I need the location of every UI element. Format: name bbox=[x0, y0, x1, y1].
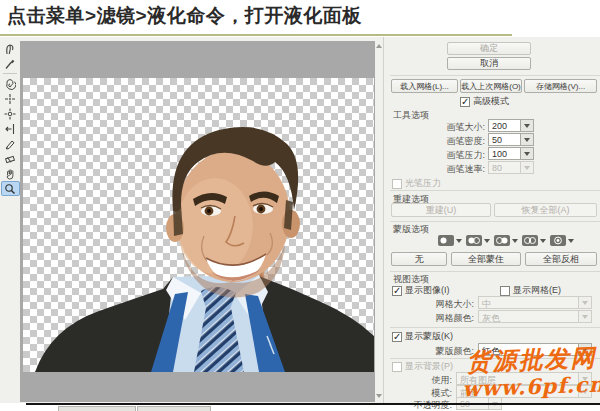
twirl-clockwise-tool[interactable] bbox=[1, 76, 20, 91]
scroll-up-icon[interactable] bbox=[376, 44, 382, 48]
mesh-size-label: 网格大小: bbox=[390, 298, 474, 311]
mask-none-button[interactable]: 无 bbox=[391, 252, 447, 266]
advanced-mode-label: 高级模式 bbox=[473, 96, 509, 106]
pucker-tool[interactable] bbox=[1, 91, 20, 106]
liquify-dialog: 确定 取消 载入网格(L)... 载入上次网格(O) 存储网格(V)... 高级… bbox=[0, 37, 600, 403]
chevron-down-icon[interactable] bbox=[520, 120, 533, 131]
bloat-tool[interactable] bbox=[1, 106, 20, 121]
restore-all-button: 恢复全部(A) bbox=[494, 203, 597, 217]
mask-color-select[interactable]: 红色 bbox=[478, 343, 592, 356]
mask-color-label: 蒙版颜色: bbox=[390, 345, 474, 358]
mesh-color-label: 网格颜色: bbox=[390, 312, 474, 325]
section-divider bbox=[390, 327, 600, 328]
chevron-down-icon bbox=[578, 311, 591, 322]
checkbox-icon bbox=[392, 286, 402, 296]
chevron-down-icon[interactable] bbox=[520, 134, 533, 145]
reconstruct-tool[interactable] bbox=[1, 56, 20, 71]
mesh-size-select: 中 bbox=[478, 296, 592, 309]
brush-rate-select: 80 bbox=[488, 161, 534, 174]
liquify-canvas[interactable] bbox=[20, 41, 375, 402]
push-left-tool[interactable] bbox=[1, 121, 20, 136]
mask-options-title: 蒙版选项 bbox=[393, 223, 429, 236]
brush-pressure-select[interactable]: 100 bbox=[488, 147, 534, 160]
section-divider bbox=[390, 75, 600, 76]
load-mesh-button[interactable]: 载入网格(L)... bbox=[391, 79, 458, 93]
brush-pressure-label: 画笔压力: bbox=[390, 149, 485, 162]
checkbox-icon bbox=[460, 97, 470, 107]
cropped-button-stub bbox=[137, 406, 211, 411]
replace-selection-icon[interactable] bbox=[438, 235, 462, 246]
mesh-size-value: 中 bbox=[479, 297, 578, 308]
show-image-label: 显示图像(I) bbox=[405, 285, 450, 295]
section-divider bbox=[390, 221, 600, 222]
show-backdrop-label: 显示背景(P) bbox=[405, 361, 453, 371]
checkbox-icon bbox=[500, 286, 510, 296]
show-image-checkbox[interactable]: 显示图像(I) bbox=[392, 284, 450, 297]
checkbox-icon bbox=[392, 362, 402, 372]
bottom-border bbox=[26, 403, 600, 405]
cropped-button-stub bbox=[58, 406, 136, 411]
intersect-with-selection-icon[interactable] bbox=[522, 235, 546, 246]
toolbar-separator bbox=[3, 73, 17, 74]
show-mask-checkbox[interactable]: 显示蒙版(K) bbox=[392, 330, 453, 343]
portrait-photo bbox=[23, 78, 374, 372]
section-divider bbox=[390, 358, 600, 359]
brush-density-select[interactable]: 50 bbox=[488, 133, 534, 146]
add-to-selection-icon[interactable] bbox=[466, 235, 490, 246]
thaw-mask-tool[interactable] bbox=[1, 151, 20, 166]
opacity-label: 不透明度: bbox=[390, 399, 452, 411]
brush-pressure-value: 100 bbox=[489, 148, 520, 159]
load-last-mesh-button[interactable]: 载入上次网格(O) bbox=[460, 79, 522, 93]
use-select: 所有图层 bbox=[456, 372, 592, 385]
mesh-color-value: 灰色 bbox=[479, 311, 578, 322]
brush-density-label: 画笔密度: bbox=[390, 135, 485, 148]
mesh-color-select: 灰色 bbox=[478, 310, 592, 323]
show-mesh-label: 显示网格(E) bbox=[513, 285, 561, 295]
brush-density-value: 50 bbox=[489, 134, 520, 145]
chevron-down-icon bbox=[520, 162, 533, 173]
mask-color-value: 红色 bbox=[479, 344, 578, 355]
use-value: 所有图层 bbox=[457, 373, 578, 384]
zoom-tool[interactable] bbox=[1, 181, 20, 196]
hand-tool[interactable] bbox=[1, 166, 20, 181]
subtract-from-selection-icon[interactable] bbox=[494, 235, 518, 246]
page-title: 点击菜单>滤镜>液化命令，打开液化面板 bbox=[7, 3, 362, 29]
reconstruct-button: 重建(U) bbox=[391, 203, 491, 217]
chevron-down-icon bbox=[578, 386, 591, 397]
chevron-down-icon[interactable] bbox=[578, 344, 591, 355]
brush-rate-label: 画笔速率: bbox=[390, 163, 485, 176]
advanced-mode-checkbox[interactable]: 高级模式 bbox=[460, 95, 509, 108]
brush-rate-value: 80 bbox=[489, 162, 520, 173]
brush-size-value: 200 bbox=[489, 120, 520, 131]
liquify-options-panel: 确定 取消 载入网格(L)... 载入上次网格(O) 存储网格(V)... 高级… bbox=[390, 37, 600, 403]
transparency-checkerboard bbox=[23, 78, 374, 372]
forward-warp-tool[interactable] bbox=[1, 41, 20, 56]
chevron-down-icon bbox=[578, 373, 591, 384]
show-mask-label: 显示蒙版(K) bbox=[405, 331, 453, 341]
section-divider bbox=[390, 190, 600, 191]
freeze-mask-tool[interactable] bbox=[1, 136, 20, 151]
save-mesh-button[interactable]: 存储网格(V)... bbox=[524, 79, 597, 93]
ok-button[interactable]: 确定 bbox=[447, 42, 531, 55]
scroll-down-icon[interactable] bbox=[376, 394, 382, 398]
show-backdrop-checkbox[interactable]: 显示背景(P) bbox=[392, 360, 453, 373]
checkbox-icon bbox=[392, 332, 402, 342]
stylus-pressure-checkbox: 光笔压力 bbox=[392, 177, 441, 190]
brush-size-select[interactable]: 200 bbox=[488, 119, 534, 132]
chevron-down-icon[interactable] bbox=[520, 148, 533, 159]
invert-selection-icon[interactable] bbox=[550, 235, 574, 246]
checkbox-icon bbox=[392, 179, 402, 189]
accent-divider bbox=[0, 34, 512, 36]
cancel-button[interactable]: 取消 bbox=[447, 57, 531, 70]
brush-size-label: 画笔大小: bbox=[390, 121, 485, 134]
use-label: 使用: bbox=[390, 374, 452, 387]
mask-all-button[interactable]: 全部蒙住 bbox=[451, 252, 521, 266]
liquify-toolbar bbox=[0, 41, 20, 196]
section-divider bbox=[390, 271, 600, 272]
mode-value: 前面 bbox=[457, 386, 578, 397]
chevron-down-icon bbox=[578, 297, 591, 308]
invert-all-button[interactable]: 全部反相 bbox=[525, 252, 597, 266]
panel-divider bbox=[383, 37, 384, 403]
stylus-pressure-label: 光笔压力 bbox=[405, 178, 441, 188]
